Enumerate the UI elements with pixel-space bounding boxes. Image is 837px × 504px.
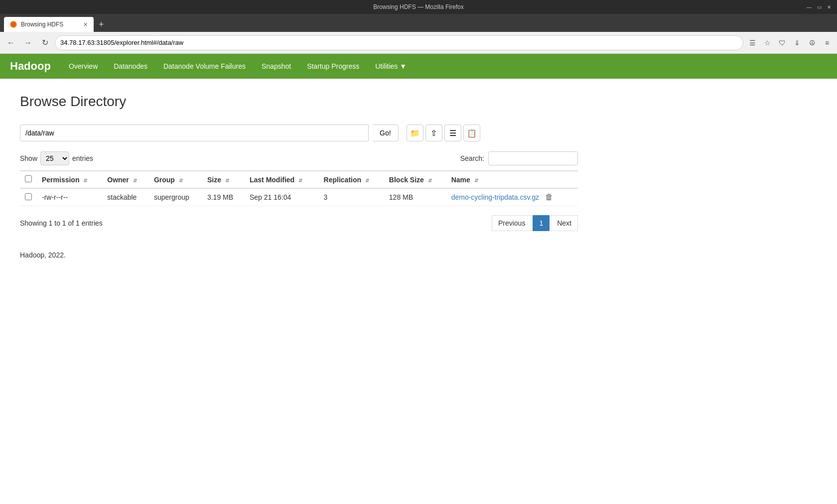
sort-replication-icon: ⇵ bbox=[365, 178, 369, 183]
shield-icon[interactable]: 🛡 bbox=[776, 37, 788, 49]
go-button[interactable]: Go! bbox=[373, 125, 399, 141]
select-all-header bbox=[20, 171, 37, 188]
path-icons: 📁 ⇧ ☰ 📋 bbox=[407, 125, 480, 141]
nav-right-icons: ☰ ☆ 🛡 ⇓ ☮ ≡ bbox=[746, 37, 833, 49]
sort-last-modified-icon: ⇵ bbox=[298, 178, 302, 183]
show-entries: Show 10 25 50 100 entries bbox=[20, 151, 93, 165]
table-controls: Show 10 25 50 100 entries Search: bbox=[20, 151, 578, 165]
cell-block-size: 128 MB bbox=[384, 188, 446, 206]
nav-item-startup-progress[interactable]: Startup Progress bbox=[299, 54, 367, 79]
entries-select[interactable]: 10 25 50 100 bbox=[40, 151, 69, 165]
col-header-sort-name[interactable]: Name ⇵ bbox=[446, 171, 578, 188]
nav-item-overview[interactable]: Overview bbox=[61, 54, 106, 79]
browser-title-bar: Browsing HDFS — Mozilla Firefox — ▭ ✕ bbox=[0, 0, 837, 14]
minimize-icon[interactable]: — bbox=[805, 3, 813, 11]
path-input[interactable] bbox=[20, 125, 369, 141]
col-header-sort-owner[interactable]: Owner ⇵ bbox=[102, 171, 149, 188]
search-input[interactable] bbox=[488, 151, 578, 165]
menu-icon[interactable]: ≡ bbox=[821, 37, 833, 49]
sort-block-size-icon: ⇵ bbox=[428, 178, 432, 183]
forward-button[interactable]: → bbox=[21, 36, 35, 50]
col-header-sort-block-size[interactable]: Block Size ⇵ bbox=[384, 171, 446, 188]
cell-permission: -rw-r--r-- bbox=[37, 188, 102, 206]
file-table: Permission ⇵ Owner ⇵ Group ⇵ Size ⇵ Last… bbox=[20, 170, 578, 206]
hadoop-nav: Hadoop Overview Datanodes Datanode Volum… bbox=[0, 54, 837, 79]
file-link[interactable]: demo-cycling-tripdata.csv.gz bbox=[451, 193, 539, 201]
show-label: Show bbox=[20, 154, 37, 162]
sort-size-icon: ⇵ bbox=[225, 178, 229, 183]
table-body: -rw-r--r-- stackable supergroup 3.19 MB … bbox=[20, 188, 578, 206]
row-checkbox[interactable] bbox=[25, 193, 32, 200]
nav-item-datanodes[interactable]: Datanodes bbox=[106, 54, 155, 79]
browser-tab-bar: Browsing HDFS ✕ + bbox=[0, 14, 837, 32]
col-header-sort-size[interactable]: Size ⇵ bbox=[202, 171, 245, 188]
sort-owner-icon: ⇵ bbox=[133, 178, 137, 183]
entries-label: entries bbox=[72, 154, 93, 162]
reader-view-icon[interactable]: ☰ bbox=[746, 37, 758, 49]
tab-favicon bbox=[10, 21, 17, 28]
search-label: Search: bbox=[460, 154, 484, 162]
tab-close-button[interactable]: ✕ bbox=[83, 21, 88, 28]
cell-replication: 3 bbox=[319, 188, 384, 206]
next-button[interactable]: Next bbox=[551, 215, 578, 231]
page-1-button[interactable]: 1 bbox=[533, 215, 550, 231]
search-box: Search: bbox=[460, 151, 578, 165]
table-header: Permission ⇵ Owner ⇵ Group ⇵ Size ⇵ Last… bbox=[20, 171, 578, 188]
tab-label: Browsing HDFS bbox=[21, 21, 63, 28]
col-header-sort-last-modified[interactable]: Last Modified ⇵ bbox=[245, 171, 319, 188]
paste-icon-button[interactable]: 📋 bbox=[463, 125, 480, 141]
row-checkbox-cell bbox=[20, 188, 37, 206]
cell-size: 3.19 MB bbox=[202, 188, 245, 206]
table-row: -rw-r--r-- stackable supergroup 3.19 MB … bbox=[20, 188, 578, 206]
sort-name-icon: ⇵ bbox=[474, 178, 478, 183]
page-content: Browse Directory Go! 📁 ⇧ ☰ 📋 Show 10 25 … bbox=[0, 79, 598, 274]
delete-icon[interactable]: 🗑 bbox=[545, 193, 553, 201]
showing-text: Showing 1 to 1 of 1 entries bbox=[20, 219, 103, 227]
sort-group-icon: ⇵ bbox=[179, 178, 183, 183]
dropdown-arrow-icon: ▼ bbox=[400, 62, 407, 70]
nav-item-utilities[interactable]: Utilities ▼ bbox=[367, 54, 415, 79]
download-icon[interactable]: ⇓ bbox=[791, 37, 803, 49]
back-button[interactable]: ← bbox=[4, 36, 18, 50]
restore-icon[interactable]: ▭ bbox=[815, 3, 823, 11]
active-tab[interactable]: Browsing HDFS ✕ bbox=[4, 17, 94, 32]
list-icon-button[interactable]: ☰ bbox=[444, 125, 461, 141]
bookmark-icon[interactable]: ☆ bbox=[761, 37, 773, 49]
new-tab-button[interactable]: + bbox=[94, 17, 109, 32]
nav-item-snapshot[interactable]: Snapshot bbox=[254, 54, 299, 79]
browser-title: Browsing HDFS — Mozilla Firefox bbox=[373, 3, 463, 10]
col-header-sort-permission[interactable]: Permission ⇵ bbox=[37, 171, 102, 188]
upload-icon-button[interactable]: ⇧ bbox=[425, 125, 442, 141]
reload-button[interactable]: ↻ bbox=[38, 36, 52, 50]
hadoop-brand[interactable]: Hadoop bbox=[10, 60, 51, 73]
path-bar: Go! 📁 ⇧ ☰ 📋 bbox=[20, 125, 578, 141]
col-header-sort-replication[interactable]: Replication ⇵ bbox=[319, 171, 384, 188]
folder-icon-button[interactable]: 📁 bbox=[407, 125, 423, 141]
cell-last-modified: Sep 21 16:04 bbox=[245, 188, 319, 206]
browser-nav-bar: ← → ↻ ☰ ☆ 🛡 ⇓ ☮ ≡ bbox=[0, 32, 837, 54]
cell-owner: stackable bbox=[102, 188, 149, 206]
cell-name: demo-cycling-tripdata.csv.gz 🗑 bbox=[446, 188, 578, 206]
close-icon[interactable]: ✕ bbox=[825, 3, 833, 11]
footer-text: Hadoop, 2022. bbox=[20, 251, 578, 259]
nav-item-datanode-volume-failures[interactable]: Datanode Volume Failures bbox=[155, 54, 254, 79]
previous-button[interactable]: Previous bbox=[492, 215, 532, 231]
cell-group: supergroup bbox=[149, 188, 202, 206]
pagination: Previous 1 Next bbox=[492, 215, 578, 231]
page-title: Browse Directory bbox=[20, 94, 578, 110]
sort-permission-icon: ⇵ bbox=[83, 178, 87, 183]
extensions-icon[interactable]: ☮ bbox=[806, 37, 818, 49]
col-header-sort-group[interactable]: Group ⇵ bbox=[149, 171, 202, 188]
select-all-checkbox[interactable] bbox=[25, 175, 32, 182]
window-controls[interactable]: — ▭ ✕ bbox=[805, 3, 833, 11]
address-bar[interactable] bbox=[55, 35, 743, 50]
